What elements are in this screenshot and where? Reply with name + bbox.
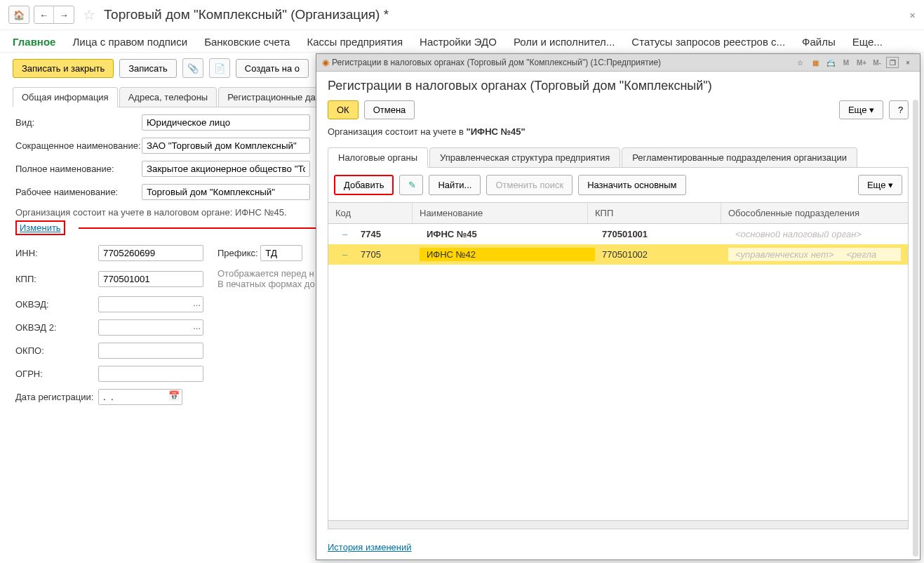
row-kpp: 770501002: [595, 248, 728, 261]
col-name: Наименование: [413, 203, 588, 223]
okved2-input[interactable]: [98, 319, 203, 336]
okpo-label: ОКПО:: [15, 345, 98, 356]
org-line-tax: "ИФНС №45": [467, 126, 525, 137]
ok-button[interactable]: ОК: [328, 100, 359, 119]
help-button[interactable]: ?: [889, 100, 909, 119]
tax-registration-dialog: ◉ Регистрации в налоговых органах (Торго…: [316, 53, 920, 560]
nav-main[interactable]: Главное: [13, 36, 55, 48]
save-button[interactable]: Записать: [119, 59, 177, 78]
row-mark-icon: –: [335, 248, 354, 261]
add-button[interactable]: Добавить: [334, 175, 394, 195]
dialog-scrollbar[interactable]: [913, 100, 918, 557]
okved-picker-icon[interactable]: ...: [193, 298, 201, 308]
dlg-tab-mgmt[interactable]: Управленческая структура предприятия: [429, 147, 620, 168]
full-input[interactable]: [142, 161, 310, 177]
full-label: Полное наименование:: [15, 164, 142, 174]
dlg-tab-tax[interactable]: Налоговые органы: [328, 147, 428, 168]
more-button-grid[interactable]: Еще ▾: [858, 175, 902, 195]
calc-mplus[interactable]: M+: [855, 57, 868, 68]
list-icon[interactable]: 📄: [209, 58, 230, 78]
assign-main-button[interactable]: Назначить основным: [578, 175, 685, 195]
dialog-title: Регистрации в налоговых органах (Торговы…: [328, 79, 909, 93]
inn-label: ИНН:: [15, 248, 98, 258]
kpp-label: КПП:: [15, 274, 98, 284]
calendar-icon[interactable]: 📅: [168, 390, 180, 401]
calc-m[interactable]: M: [840, 57, 852, 68]
cancel-button[interactable]: Отмена: [364, 100, 415, 119]
grid-header: Код Наименование КПП Обособленные подраз…: [328, 203, 909, 224]
row-sep: <управленческих нет> <регла: [728, 248, 901, 261]
save-close-button[interactable]: Записать и закрыть: [13, 59, 114, 78]
grid-body[interactable]: – 7745 ИФНС №45 770501001 <основной нало…: [328, 224, 909, 521]
calc-icon[interactable]: 📇: [824, 57, 837, 68]
ogrn-input[interactable]: [98, 366, 203, 382]
edit-icon[interactable]: ✎: [399, 175, 423, 195]
change-link[interactable]: Изменить: [15, 220, 65, 235]
short-input[interactable]: [142, 138, 310, 154]
tab-general[interactable]: Общая информация: [13, 87, 118, 107]
okved-label: ОКВЭД:: [15, 299, 98, 310]
col-sep: Обособленные подразделения: [721, 203, 908, 223]
inn-input[interactable]: [98, 245, 203, 261]
work-label: Рабочее наименование:: [15, 187, 142, 197]
row-code: 7745: [354, 227, 420, 241]
prefix-label: Префикс:: [217, 248, 258, 258]
row-sep: <основной налоговый орган>: [728, 227, 901, 241]
history-link[interactable]: История изменений: [328, 542, 909, 552]
table-row[interactable]: – 7745 ИФНС №45 770501001 <основной нало…: [328, 224, 908, 244]
grid-scroll-x[interactable]: [328, 521, 909, 529]
app-icon: ◉: [322, 58, 329, 67]
col-code: Код: [328, 203, 413, 223]
favorite-star-icon[interactable]: ☆: [83, 6, 95, 23]
dialog-titlebar[interactable]: ◉ Регистрации в налоговых органах (Торго…: [316, 54, 920, 72]
prefix-input[interactable]: [260, 245, 302, 261]
calc-mminus[interactable]: M-: [871, 57, 883, 68]
nav-statuses[interactable]: Статусы запросов реестров с...: [631, 36, 785, 48]
tab-addresses[interactable]: Адреса, телефоны: [119, 87, 217, 107]
org-line-prefix: Организация состоит на учете в: [328, 126, 467, 137]
okved2-picker-icon[interactable]: ...: [193, 321, 201, 331]
nav-signers[interactable]: Лица с правом подписи: [72, 36, 187, 48]
short-label: Сокращенное наименование:: [15, 140, 142, 151]
row-name: ИФНС №45: [420, 227, 595, 241]
grid-icon[interactable]: ▦: [809, 57, 822, 68]
col-kpp: КПП: [588, 203, 721, 223]
prefix-hint1: Отображается перед н: [217, 268, 315, 279]
star-icon[interactable]: ☆: [794, 57, 806, 68]
table-row[interactable]: – 7705 ИФНС №42 770501002 <управленчески…: [328, 244, 908, 265]
arrow-line: [79, 227, 324, 229]
create-on-button[interactable]: Создать на о: [236, 59, 309, 78]
kpp-input[interactable]: [98, 271, 203, 287]
row-code: 7705: [354, 248, 420, 261]
okved-input[interactable]: [98, 296, 203, 312]
dialog-restore-icon[interactable]: ❐: [886, 57, 899, 68]
nav-bank[interactable]: Банковские счета: [204, 36, 290, 48]
row-kpp: 770501001: [595, 227, 728, 241]
nav-roles[interactable]: Роли и исполнител...: [514, 36, 615, 48]
home-button[interactable]: 🏠: [8, 6, 29, 24]
row-mark-icon: –: [335, 227, 354, 241]
dialog-window-title: Регистрации в налоговых органах (Торговы…: [332, 58, 661, 67]
nav-edo[interactable]: Настройки ЭДО: [420, 36, 497, 48]
prefix-hint2: В печатных формах до: [217, 279, 315, 289]
page-title: Торговый дом "Комплексный" (Организация)…: [104, 7, 389, 22]
regdate-label: Дата регистрации:: [15, 392, 98, 402]
nav-forward-button[interactable]: →: [54, 6, 74, 23]
dlg-tab-reg[interactable]: Регламентированные подразделения организ…: [622, 147, 857, 168]
nav-more[interactable]: Еще...: [852, 36, 883, 48]
dialog-close-icon[interactable]: ×: [902, 57, 914, 68]
attach-icon[interactable]: 📎: [182, 58, 203, 78]
nav-cash[interactable]: Кассы предприятия: [307, 36, 403, 48]
okved2-label: ОКВЭД 2:: [15, 322, 98, 333]
row-name: ИФНС №42: [420, 248, 595, 261]
cancel-find-button: Отменить поиск: [486, 175, 573, 195]
ogrn-label: ОГРН:: [15, 369, 98, 379]
close-icon[interactable]: ×: [909, 9, 916, 21]
nav-back-button[interactable]: ←: [34, 6, 54, 23]
find-button[interactable]: Найти...: [429, 175, 481, 195]
kind-input[interactable]: [142, 114, 310, 131]
okpo-input[interactable]: [98, 343, 203, 359]
more-button-top[interactable]: Еще ▾: [839, 100, 883, 119]
nav-files[interactable]: Файлы: [802, 36, 836, 48]
work-input[interactable]: [142, 184, 310, 200]
